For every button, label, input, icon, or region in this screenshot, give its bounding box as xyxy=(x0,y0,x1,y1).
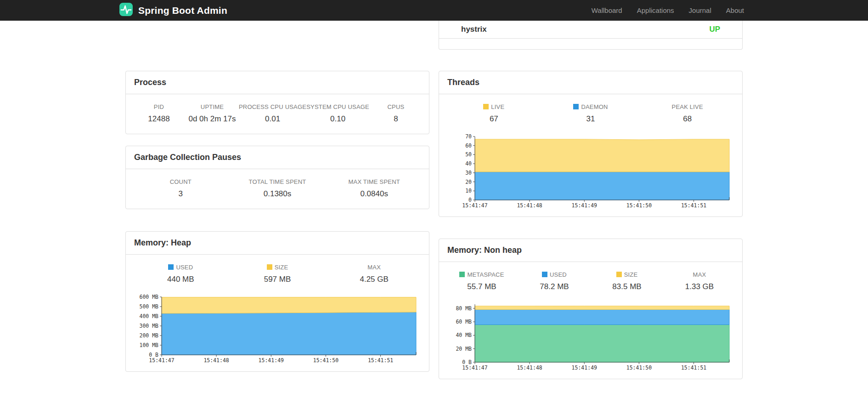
stat-threads-daemon: DAEMON 31 xyxy=(542,103,639,124)
right-column: hystrix UP Threads LIVE 67 DAEMON 31 PEA… xyxy=(439,21,743,379)
stat-heap-max: MAX 4.25 GB xyxy=(326,264,423,284)
stat-value: 12488 xyxy=(132,114,186,124)
stat-label: PEAK LIVE xyxy=(639,103,736,110)
stat-heap-size: SIZE 597 MB xyxy=(229,264,326,284)
svg-text:15:41:49: 15:41:49 xyxy=(572,202,597,209)
nonheap-chart-container: 0 B20 MB40 MB60 MB80 MB15:41:4715:41:481… xyxy=(439,302,742,379)
stat-system-cpu-usage: SYSTEM CPU USAGE 0.10 xyxy=(306,103,369,124)
stat-uptime: UPTIME 0d 0h 2m 17s xyxy=(186,103,239,124)
used-legend-swatch xyxy=(542,272,547,277)
stat-value: 0.01 xyxy=(239,114,306,124)
svg-text:15:41:48: 15:41:48 xyxy=(203,357,229,364)
threads-stats: LIVE 67 DAEMON 31 PEAK LIVE 68 xyxy=(439,94,742,134)
stat-threads-live: LIVE 67 xyxy=(445,103,542,124)
svg-text:15:41:47: 15:41:47 xyxy=(462,202,487,209)
brand-title: Spring Boot Admin xyxy=(138,5,227,16)
svg-text:40: 40 xyxy=(465,160,472,167)
stat-label: DAEMON xyxy=(542,103,639,110)
stat-value: 440 MB xyxy=(132,275,229,284)
stat-threads-peak-live: PEAK LIVE 68 xyxy=(639,103,736,124)
nonheap-area-chart: 0 B20 MB40 MB60 MB80 MB15:41:4715:41:481… xyxy=(448,302,733,374)
metaspace-legend-swatch xyxy=(459,272,465,277)
stat-gc-max-time: MAX TIME SPENT 0.0840s xyxy=(326,178,423,199)
stat-gc-total-time: TOTAL TIME SPENT 0.1380s xyxy=(229,178,326,199)
threads-title: Threads xyxy=(439,71,742,94)
size-legend-swatch xyxy=(267,264,272,270)
nav-item-about[interactable]: About xyxy=(726,6,744,14)
heap-title: Memory: Heap xyxy=(126,232,429,255)
panel-memory-heap: Memory: Heap USED 440 MB SIZE 597 MB MAX… xyxy=(125,231,429,372)
stat-label: MAX TIME SPENT xyxy=(326,178,423,185)
status-badge: UP xyxy=(709,25,720,34)
navbar: Spring Boot Admin Wallboard Applications… xyxy=(0,0,868,21)
svg-text:70: 70 xyxy=(465,134,472,140)
stat-value: 1.33 GB xyxy=(663,282,736,291)
svg-text:15:41:50: 15:41:50 xyxy=(626,202,652,209)
stat-label: PROCESS CPU USAGE xyxy=(239,103,306,110)
nav-links: Wallboard Applications Journal About xyxy=(592,6,744,14)
svg-text:15:41:51: 15:41:51 xyxy=(681,364,706,371)
nav-item-applications[interactable]: Applications xyxy=(637,6,674,14)
stat-label: SIZE xyxy=(591,271,663,278)
stat-nonheap-metaspace: METASPACE 55.7 MB xyxy=(445,271,518,291)
left-column: Process PID 12488 UPTIME 0d 0h 2m 17s PR… xyxy=(125,71,429,372)
stat-label: LIVE xyxy=(445,103,542,110)
stat-value: 67 xyxy=(445,114,542,124)
svg-text:50: 50 xyxy=(465,151,472,158)
stat-nonheap-used: USED 78.2 MB xyxy=(518,271,591,291)
svg-text:300 MB: 300 MB xyxy=(139,323,158,329)
svg-text:80 MB: 80 MB xyxy=(456,305,472,312)
application-row-hystrix[interactable]: hystrix UP xyxy=(439,21,742,39)
stat-label: CPUS xyxy=(369,103,423,110)
brand[interactable]: Spring Boot Admin xyxy=(119,2,227,18)
threads-chart-container: 01020304050607015:41:4715:41:4815:41:491… xyxy=(439,134,742,216)
process-title: Process xyxy=(126,71,429,94)
stat-label: SYSTEM CPU USAGE xyxy=(306,103,369,110)
stat-value: 83.5 MB xyxy=(591,282,663,291)
stat-label: USED xyxy=(518,271,591,278)
svg-text:100 MB: 100 MB xyxy=(139,342,158,348)
svg-text:15:41:51: 15:41:51 xyxy=(681,202,706,209)
svg-text:40 MB: 40 MB xyxy=(456,332,472,338)
svg-text:15:41:48: 15:41:48 xyxy=(517,202,542,209)
svg-text:15:41:50: 15:41:50 xyxy=(626,364,652,371)
nav-item-journal[interactable]: Journal xyxy=(689,6,711,14)
svg-text:15:41:47: 15:41:47 xyxy=(462,364,487,371)
svg-text:400 MB: 400 MB xyxy=(139,313,158,319)
svg-text:60: 60 xyxy=(465,142,472,149)
stat-value: 4.25 GB xyxy=(326,275,423,284)
process-stats: PID 12488 UPTIME 0d 0h 2m 17s PROCESS CP… xyxy=(126,94,429,134)
panel-threads: Threads LIVE 67 DAEMON 31 PEAK LIVE 68 0… xyxy=(439,71,743,217)
panel-memory-nonheap: Memory: Non heap METASPACE 55.7 MB USED … xyxy=(439,239,743,379)
svg-text:20: 20 xyxy=(465,179,472,185)
panel-gc-pauses: Garbage Collection Pauses COUNT 3 TOTAL … xyxy=(125,146,429,209)
svg-text:15:41:51: 15:41:51 xyxy=(368,357,393,364)
spring-boot-admin-logo-icon xyxy=(119,2,133,18)
stat-process-cpu-usage: PROCESS CPU USAGE 0.01 xyxy=(239,103,306,124)
application-name[interactable]: hystrix xyxy=(461,25,487,34)
heap-area-chart: 0 B100 MB200 MB300 MB400 MB500 MB600 MB1… xyxy=(135,294,420,367)
svg-text:15:41:47: 15:41:47 xyxy=(149,357,174,364)
used-legend-swatch xyxy=(168,264,174,270)
svg-text:500 MB: 500 MB xyxy=(139,303,158,310)
stat-nonheap-size: SIZE 83.5 MB xyxy=(591,271,663,291)
stat-label: UPTIME xyxy=(186,103,239,110)
svg-text:600 MB: 600 MB xyxy=(139,294,158,300)
main-content: Process PID 12488 UPTIME 0d 0h 2m 17s PR… xyxy=(125,21,743,379)
svg-text:15:41:49: 15:41:49 xyxy=(259,357,284,364)
stat-value: 31 xyxy=(542,114,639,124)
stat-label: MAX xyxy=(663,271,736,278)
panel-applications-partial: hystrix UP xyxy=(439,21,743,50)
stat-label: SIZE xyxy=(229,264,326,271)
stat-value: 597 MB xyxy=(229,275,326,284)
stat-label: MAX xyxy=(326,264,423,271)
stat-heap-used: USED 440 MB xyxy=(132,264,229,284)
svg-text:30: 30 xyxy=(465,170,472,176)
size-legend-swatch xyxy=(616,272,622,277)
daemon-legend-swatch xyxy=(573,104,579,109)
stat-value: 8 xyxy=(369,114,423,124)
panel-process: Process PID 12488 UPTIME 0d 0h 2m 17s PR… xyxy=(125,71,429,134)
stat-value: 78.2 MB xyxy=(518,282,591,291)
nav-item-wallboard[interactable]: Wallboard xyxy=(592,6,622,14)
nonheap-stats: METASPACE 55.7 MB USED 78.2 MB SIZE 83.5… xyxy=(439,262,742,302)
